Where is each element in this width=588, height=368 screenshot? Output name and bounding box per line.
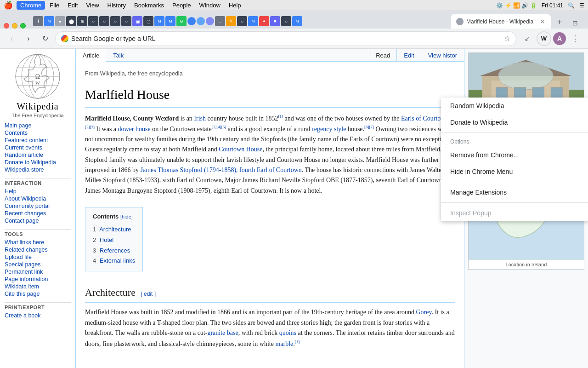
tab-close-button[interactable]: ✕ xyxy=(540,18,545,25)
menubar-list-icon[interactable]: ☰ xyxy=(579,2,584,9)
architecture-edit-button[interactable]: [ edit ] xyxy=(141,291,156,297)
sidebar-link-main-page[interactable]: Main page xyxy=(5,122,71,129)
tab-article[interactable]: Article xyxy=(76,49,106,62)
ext-icon-20[interactable]: ○ xyxy=(237,16,247,26)
profile-button[interactable]: A xyxy=(553,32,566,45)
sidebar-link-contact[interactable]: Contact page xyxy=(5,217,71,224)
ext-icon-7[interactable]: ○ xyxy=(99,16,109,26)
ext-icon-1[interactable]: ℹ xyxy=(33,16,43,26)
popup-donate-wikipedia[interactable]: Donate to Wikipedia xyxy=(441,114,588,131)
ext-icon-11[interactable]: ◌ xyxy=(143,16,153,26)
ext-icon-22[interactable]: ● xyxy=(259,16,269,26)
popup-remove-chrome[interactable]: Remove from Chrome... xyxy=(441,147,588,163)
contents-hide-button[interactable]: [hide] xyxy=(120,214,133,219)
sidebar-link-random[interactable]: Random article xyxy=(5,151,71,159)
sidebar-link-current[interactable]: Current events xyxy=(5,144,71,151)
sup-6-7[interactable]: [6][7] xyxy=(364,125,374,129)
contents-link-references[interactable]: References xyxy=(100,247,130,254)
link-marble[interactable]: marble xyxy=(275,340,293,347)
reload-button[interactable]: ↻ xyxy=(39,32,51,45)
chrome-menu-button[interactable]: ⋮ xyxy=(568,31,582,46)
sidebar-link-pageinfo[interactable]: Page information xyxy=(5,276,71,283)
sidebar-link-cite[interactable]: Cite this page xyxy=(5,290,71,298)
link-irish[interactable]: Irish xyxy=(194,115,206,121)
link-gorey[interactable]: Gorey xyxy=(416,309,431,316)
downloads-button[interactable]: ↙ xyxy=(520,31,535,46)
active-tab[interactable]: Marlfield House - Wikipedia ✕ xyxy=(450,14,551,29)
sup-1-4-5[interactable]: [1][4][5] xyxy=(212,125,226,129)
menubar-people[interactable]: People xyxy=(169,1,194,10)
ext-icon-15[interactable] xyxy=(187,17,196,25)
menubar-bookmarks[interactable]: Bookmarks xyxy=(130,1,168,10)
tab-edit[interactable]: Edit xyxy=(397,49,421,62)
tab-view-history[interactable]: View histor xyxy=(421,49,464,62)
popup-hide-menu[interactable]: Hide in Chrome Menu xyxy=(441,163,588,180)
sidebar-link-permanent[interactable]: Permanent link xyxy=(5,268,71,276)
sup-arch-1[interactable]: [1] xyxy=(295,339,300,344)
ext-icon-5[interactable]: ⊕ xyxy=(77,16,87,26)
tab-talk[interactable]: Talk xyxy=(106,49,130,62)
sidebar-link-store[interactable]: Wikipedia store xyxy=(5,166,71,173)
sidebar-link-upload[interactable]: Upload file xyxy=(5,253,71,261)
sidebar-link-featured[interactable]: Featured content xyxy=(5,137,71,144)
ext-icon-21[interactable]: M xyxy=(248,16,258,26)
ext-icon-10[interactable]: ▣ xyxy=(132,16,142,26)
ext-icon-16[interactable] xyxy=(197,17,205,25)
minimize-window-button[interactable] xyxy=(12,23,17,29)
sidebar-link-help[interactable]: Help xyxy=(5,188,71,195)
sidebar-link-recent[interactable]: Recent changes xyxy=(5,210,71,217)
ext-icon-24[interactable]: ○ xyxy=(281,16,291,26)
ext-icon-3[interactable]: ● xyxy=(55,16,65,26)
bookmark-star-icon[interactable]: ☆ xyxy=(504,34,510,43)
link-james-stopford[interactable]: James Thomas Stopford (1794-1858), fourt… xyxy=(141,167,302,173)
link-regency-style[interactable]: regency style xyxy=(312,126,346,132)
sidebar-link-donate[interactable]: Donate to Wikipedia xyxy=(5,159,71,166)
sidebar-link-createbook[interactable]: Create a book xyxy=(5,312,71,319)
tab-read[interactable]: Read xyxy=(369,49,397,62)
ext-icon-19[interactable]: ✎ xyxy=(226,16,236,26)
ext-icon-9[interactable]: ○ xyxy=(121,16,131,26)
sup-2-3[interactable]: [2][3] xyxy=(85,125,95,129)
tab-search-button[interactable]: ⊡ xyxy=(570,17,581,29)
ext-icon-23[interactable]: ■ xyxy=(270,16,280,26)
ext-icon-2[interactable]: M xyxy=(44,16,54,26)
sidebar-link-wikidata[interactable]: Wikidata item xyxy=(5,283,71,290)
link-quoins[interactable]: quoins xyxy=(279,329,296,336)
wikipedia-extension-button[interactable]: W xyxy=(537,31,551,46)
ext-icon-18[interactable]: □ xyxy=(215,16,225,26)
ext-icon-25[interactable]: M xyxy=(292,16,302,26)
contents-link-external[interactable]: External links xyxy=(100,257,135,264)
sidebar-link-related[interactable]: Related changes xyxy=(5,246,71,253)
menubar-search-icon[interactable]: 🔍 xyxy=(568,2,575,9)
sidebar-link-community[interactable]: Community portal xyxy=(5,202,71,210)
forward-button[interactable]: › xyxy=(22,32,35,45)
ext-icon-12[interactable]: M xyxy=(154,16,164,26)
menubar-file[interactable]: File xyxy=(46,1,63,10)
new-tab-button[interactable]: + xyxy=(553,16,566,29)
menubar-help[interactable]: Help xyxy=(225,1,245,10)
popup-manage-extensions[interactable]: Manage Extensions xyxy=(441,184,588,201)
menubar-window[interactable]: Window xyxy=(196,1,224,10)
popup-random-wikipedia[interactable]: Random Wikipedia xyxy=(441,98,588,114)
apple-menu-icon[interactable]: 🍎 xyxy=(4,1,13,10)
link-courtown-house[interactable]: Courtown House xyxy=(219,146,262,153)
contents-link-architecture[interactable]: Architecture xyxy=(99,226,131,233)
ext-icon-4[interactable]: ⬤ xyxy=(66,16,76,26)
maximize-window-button[interactable] xyxy=(20,23,26,29)
back-button[interactable]: ‹ xyxy=(6,32,18,45)
menubar-edit[interactable]: Edit xyxy=(64,1,81,10)
sidebar-link-contents[interactable]: Contents xyxy=(5,129,71,137)
sidebar-link-about[interactable]: About Wikipedia xyxy=(5,195,71,202)
sidebar-link-special[interactable]: Special pages xyxy=(5,261,71,268)
sup-1[interactable]: [1] xyxy=(278,114,283,119)
sidebar-link-whatlinks[interactable]: What links here xyxy=(5,239,71,246)
link-granite-base[interactable]: granite base xyxy=(207,329,238,336)
contents-link-hotel[interactable]: Hotel xyxy=(100,236,113,243)
menubar-history[interactable]: History xyxy=(104,1,130,10)
ext-icon-14[interactable]: G xyxy=(176,16,187,26)
ext-icon-17[interactable] xyxy=(206,17,214,25)
ext-icon-13[interactable]: M xyxy=(165,16,175,26)
menubar-chrome[interactable]: Chrome xyxy=(17,1,45,10)
menubar-view[interactable]: View xyxy=(83,1,103,10)
link-dower-house[interactable]: dower house xyxy=(118,126,151,132)
